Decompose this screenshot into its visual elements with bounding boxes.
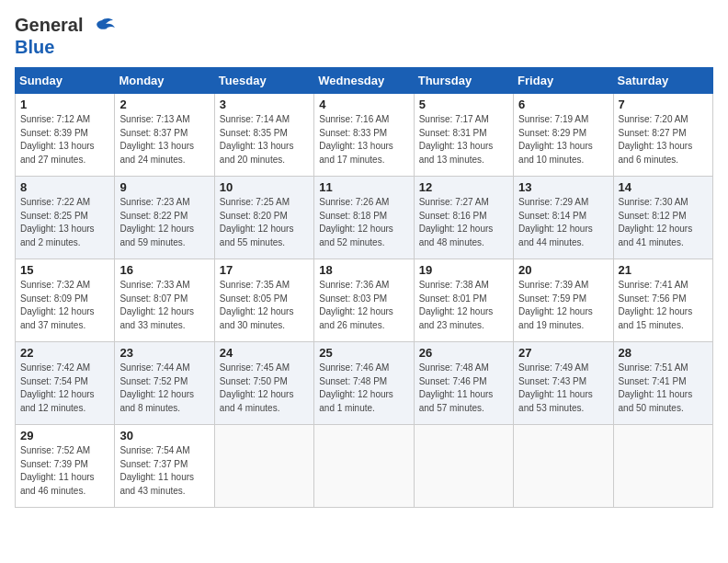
day-number: 13: [518, 180, 608, 194]
day-info: Sunrise: 7:48 AM Sunset: 7:46 PM Dayligh…: [419, 362, 508, 415]
day-number: 11: [319, 180, 408, 194]
day-number: 23: [119, 346, 209, 360]
day-number: 22: [20, 346, 109, 360]
column-header-sunday: Sunday: [16, 68, 115, 94]
calendar-cell: 15Sunrise: 7:32 AM Sunset: 8:09 PM Dayli…: [16, 259, 115, 342]
day-info: Sunrise: 7:27 AM Sunset: 8:16 PM Dayligh…: [419, 196, 508, 249]
day-info: Sunrise: 7:26 AM Sunset: 8:18 PM Dayligh…: [319, 196, 408, 249]
calendar-cell: 9Sunrise: 7:23 AM Sunset: 8:22 PM Daylig…: [115, 177, 214, 259]
calendar-cell: 10Sunrise: 7:25 AM Sunset: 8:20 PM Dayli…: [214, 177, 313, 259]
calendar-cell: 13Sunrise: 7:29 AM Sunset: 8:14 PM Dayli…: [514, 177, 613, 259]
column-header-thursday: Thursday: [414, 68, 513, 94]
calendar-cell: 25Sunrise: 7:46 AM Sunset: 7:48 PM Dayli…: [314, 342, 414, 425]
day-info: Sunrise: 7:52 AM Sunset: 7:39 PM Dayligh…: [20, 444, 109, 498]
calendar-cell: 8Sunrise: 7:22 AM Sunset: 8:25 PM Daylig…: [16, 177, 115, 259]
day-number: 14: [619, 180, 708, 194]
day-number: 7: [619, 98, 708, 111]
day-info: Sunrise: 7:16 AM Sunset: 8:33 PM Dayligh…: [319, 113, 408, 167]
column-header-wednesday: Wednesday: [314, 68, 414, 94]
calendar-cell: 3Sunrise: 7:14 AM Sunset: 8:35 PM Daylig…: [214, 94, 313, 177]
calendar-cell: 11Sunrise: 7:26 AM Sunset: 8:18 PM Dayli…: [314, 177, 414, 259]
day-info: Sunrise: 7:44 AM Sunset: 7:52 PM Dayligh…: [119, 362, 209, 415]
day-info: Sunrise: 7:30 AM Sunset: 8:12 PM Dayligh…: [619, 196, 708, 249]
day-info: Sunrise: 7:29 AM Sunset: 8:14 PM Dayligh…: [518, 196, 608, 249]
day-number: 29: [20, 429, 109, 442]
calendar-cell: 1Sunrise: 7:12 AM Sunset: 8:39 PM Daylig…: [16, 94, 115, 177]
day-number: 24: [220, 346, 309, 360]
day-number: 30: [119, 429, 209, 442]
week-row-4: 22Sunrise: 7:42 AM Sunset: 7:54 PM Dayli…: [16, 342, 713, 425]
day-number: 26: [419, 346, 508, 360]
calendar-header-row: SundayMondayTuesdayWednesdayThursdayFrid…: [16, 68, 713, 94]
calendar-cell: 16Sunrise: 7:33 AM Sunset: 8:07 PM Dayli…: [115, 259, 214, 342]
day-info: Sunrise: 7:49 AM Sunset: 7:43 PM Dayligh…: [518, 362, 608, 415]
day-info: Sunrise: 7:35 AM Sunset: 8:05 PM Dayligh…: [220, 279, 309, 332]
day-info: Sunrise: 7:51 AM Sunset: 7:41 PM Dayligh…: [619, 362, 708, 415]
calendar-cell: 5Sunrise: 7:17 AM Sunset: 8:31 PM Daylig…: [414, 94, 513, 177]
calendar-cell: 23Sunrise: 7:44 AM Sunset: 7:52 PM Dayli…: [115, 342, 214, 425]
day-number: 20: [518, 263, 608, 277]
day-number: 12: [419, 180, 508, 194]
day-info: Sunrise: 7:17 AM Sunset: 8:31 PM Dayligh…: [419, 113, 508, 167]
day-number: 21: [619, 263, 708, 277]
logo-text-general: General: [15, 15, 83, 35]
day-number: 5: [419, 98, 508, 111]
calendar-cell: [514, 425, 613, 508]
logo-text-blue: Blue: [15, 37, 54, 58]
day-info: Sunrise: 7:20 AM Sunset: 8:27 PM Dayligh…: [619, 113, 708, 167]
calendar-cell: 27Sunrise: 7:49 AM Sunset: 7:43 PM Dayli…: [514, 342, 613, 425]
calendar-cell: 24Sunrise: 7:45 AM Sunset: 7:50 PM Dayli…: [214, 342, 313, 425]
day-info: Sunrise: 7:36 AM Sunset: 8:03 PM Dayligh…: [319, 279, 408, 332]
calendar-cell: 26Sunrise: 7:48 AM Sunset: 7:46 PM Dayli…: [414, 342, 513, 425]
day-number: 6: [518, 98, 608, 111]
day-number: 4: [319, 98, 408, 111]
week-row-2: 8Sunrise: 7:22 AM Sunset: 8:25 PM Daylig…: [16, 177, 713, 259]
week-row-5: 29Sunrise: 7:52 AM Sunset: 7:39 PM Dayli…: [16, 425, 713, 508]
day-info: Sunrise: 7:41 AM Sunset: 7:56 PM Dayligh…: [619, 279, 708, 332]
day-info: Sunrise: 7:13 AM Sunset: 8:37 PM Dayligh…: [119, 113, 209, 167]
column-header-monday: Monday: [115, 68, 214, 94]
day-info: Sunrise: 7:19 AM Sunset: 8:29 PM Dayligh…: [518, 113, 608, 167]
calendar-cell: [214, 425, 313, 508]
day-info: Sunrise: 7:25 AM Sunset: 8:20 PM Dayligh…: [220, 196, 309, 249]
calendar-cell: 21Sunrise: 7:41 AM Sunset: 7:56 PM Dayli…: [613, 259, 712, 342]
calendar-cell: 2Sunrise: 7:13 AM Sunset: 8:37 PM Daylig…: [115, 94, 214, 177]
calendar-cell: 6Sunrise: 7:19 AM Sunset: 8:29 PM Daylig…: [514, 94, 613, 177]
calendar-cell: 29Sunrise: 7:52 AM Sunset: 7:39 PM Dayli…: [16, 425, 115, 508]
day-number: 27: [518, 346, 608, 360]
day-number: 18: [319, 263, 408, 277]
day-number: 17: [220, 263, 309, 277]
day-number: 28: [619, 346, 708, 360]
day-info: Sunrise: 7:54 AM Sunset: 7:37 PM Dayligh…: [119, 444, 209, 498]
day-info: Sunrise: 7:38 AM Sunset: 8:01 PM Dayligh…: [419, 279, 508, 332]
week-row-1: 1Sunrise: 7:12 AM Sunset: 8:39 PM Daylig…: [16, 94, 713, 177]
calendar-cell: [613, 425, 712, 508]
calendar-cell: 7Sunrise: 7:20 AM Sunset: 8:27 PM Daylig…: [613, 94, 712, 177]
column-header-saturday: Saturday: [613, 68, 712, 94]
day-number: 10: [220, 180, 309, 194]
calendar-cell: 28Sunrise: 7:51 AM Sunset: 7:41 PM Dayli…: [613, 342, 712, 425]
day-info: Sunrise: 7:45 AM Sunset: 7:50 PM Dayligh…: [220, 362, 309, 415]
calendar-cell: 22Sunrise: 7:42 AM Sunset: 7:54 PM Dayli…: [16, 342, 115, 425]
calendar-cell: 18Sunrise: 7:36 AM Sunset: 8:03 PM Dayli…: [314, 259, 414, 342]
logo-bird-icon: [89, 15, 115, 40]
day-number: 9: [119, 180, 209, 194]
calendar-table: SundayMondayTuesdayWednesdayThursdayFrid…: [15, 67, 713, 508]
day-info: Sunrise: 7:12 AM Sunset: 8:39 PM Dayligh…: [20, 113, 109, 167]
day-number: 2: [119, 98, 209, 111]
day-info: Sunrise: 7:22 AM Sunset: 8:25 PM Dayligh…: [20, 196, 109, 249]
day-info: Sunrise: 7:14 AM Sunset: 8:35 PM Dayligh…: [220, 113, 309, 167]
day-info: Sunrise: 7:46 AM Sunset: 7:48 PM Dayligh…: [319, 362, 408, 415]
calendar-cell: [414, 425, 513, 508]
day-info: Sunrise: 7:42 AM Sunset: 7:54 PM Dayligh…: [20, 362, 109, 415]
day-number: 1: [20, 98, 109, 111]
calendar-cell: 12Sunrise: 7:27 AM Sunset: 8:16 PM Dayli…: [414, 177, 513, 259]
day-info: Sunrise: 7:33 AM Sunset: 8:07 PM Dayligh…: [119, 279, 209, 332]
day-number: 8: [20, 180, 109, 194]
day-number: 19: [419, 263, 508, 277]
column-header-friday: Friday: [514, 68, 613, 94]
day-info: Sunrise: 7:23 AM Sunset: 8:22 PM Dayligh…: [119, 196, 209, 249]
calendar-cell: 14Sunrise: 7:30 AM Sunset: 8:12 PM Dayli…: [613, 177, 712, 259]
calendar-cell: 30Sunrise: 7:54 AM Sunset: 7:37 PM Dayli…: [115, 425, 214, 508]
column-header-tuesday: Tuesday: [214, 68, 313, 94]
